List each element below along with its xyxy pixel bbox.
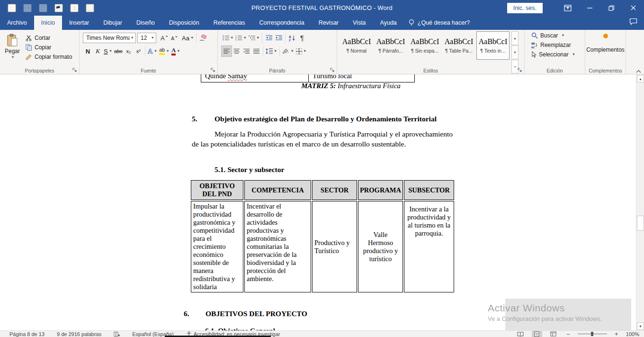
ribbon-display-options-icon[interactable] bbox=[557, 0, 579, 16]
underline-button[interactable]: S ▼ bbox=[103, 46, 113, 56]
style-sin-espaciado[interactable]: AaBbCcI ¶ Sin espa... bbox=[408, 31, 441, 60]
font-size-value: 12 bbox=[141, 35, 147, 41]
tab-dibujar[interactable]: Dibujar bbox=[96, 16, 129, 30]
zoom-out-icon[interactable]: − bbox=[565, 331, 572, 337]
tell-me-box[interactable]: ¿Qué desea hacer? bbox=[404, 16, 475, 30]
style-normal[interactable]: AaBbCcI ¶ Normal bbox=[340, 31, 373, 60]
read-mode-icon[interactable] bbox=[515, 331, 526, 337]
comments-icon[interactable] bbox=[629, 18, 637, 25]
tab-diseno[interactable]: Diseño bbox=[129, 16, 162, 30]
highlight-icon: ab bbox=[159, 47, 165, 55]
font-size-select[interactable]: 12 ▼ bbox=[137, 33, 156, 43]
ribbon-inicio: Pegar ▼ Cortar Copiar Copiar formato bbox=[0, 30, 644, 74]
web-layout-icon[interactable] bbox=[548, 331, 559, 337]
tab-correspondencia[interactable]: Correspondencia bbox=[252, 16, 311, 30]
restore-icon[interactable] bbox=[600, 0, 622, 16]
tab-archivo[interactable]: Archivo bbox=[0, 16, 34, 30]
addins-button[interactable]: Complementos bbox=[585, 46, 626, 54]
word-count[interactable]: 9 de 2916 palabras bbox=[57, 331, 101, 337]
zoom-slider-handle[interactable] bbox=[591, 332, 593, 336]
bold-button[interactable]: N bbox=[83, 46, 93, 56]
increase-indent-button[interactable] bbox=[274, 33, 284, 43]
close-icon[interactable] bbox=[622, 0, 644, 16]
italic-button[interactable]: K bbox=[93, 46, 103, 56]
align-right-button[interactable] bbox=[242, 46, 251, 56]
format-painter-button[interactable]: Copiar formato bbox=[25, 53, 73, 61]
group-portapapeles: Pegar ▼ Cortar Copiar Copiar formato bbox=[0, 30, 80, 74]
frag-cell-turismo: Turismo local bbox=[309, 74, 414, 82]
font-color-button[interactable]: A ▼ bbox=[170, 46, 181, 56]
undo-icon[interactable] bbox=[23, 4, 32, 12]
styles-scroll-up-icon[interactable]: ▲ bbox=[511, 31, 519, 45]
justify-button[interactable] bbox=[251, 46, 261, 56]
tab-inicio[interactable]: Inicio bbox=[34, 16, 62, 30]
font-name-dropdown-icon: ▼ bbox=[131, 36, 134, 40]
scroll-down-icon[interactable]: ▼ bbox=[637, 322, 644, 330]
line-spacing-button[interactable]: ▼ bbox=[265, 46, 278, 56]
style-texto-independiente[interactable]: AaBbCcI ¶ Texto in... bbox=[476, 31, 510, 60]
style-parrafo-de-lista[interactable]: AaBbCcI ¶ Párrafo... bbox=[374, 31, 407, 60]
customize-qat-icon[interactable] bbox=[86, 4, 94, 12]
copy-button[interactable]: Copiar bbox=[25, 44, 73, 51]
tab-revisar[interactable]: Revisar bbox=[312, 16, 346, 30]
strikethrough-button[interactable]: abc bbox=[113, 46, 124, 56]
decrease-indent-button[interactable] bbox=[264, 33, 274, 43]
paste-label: Pegar bbox=[5, 48, 20, 55]
shrink-font-button[interactable]: A bbox=[169, 33, 179, 43]
styles-scroll-down-icon[interactable]: ▼ bbox=[511, 46, 519, 59]
new-document-icon[interactable] bbox=[70, 4, 79, 12]
text-highlight-button[interactable]: ab ▼ bbox=[158, 46, 170, 56]
document-canvas[interactable]: Quinde Samay Turismo local MATRIZ 5: Inf… bbox=[0, 74, 644, 330]
show-marks-button[interactable]: ¶ bbox=[297, 33, 307, 43]
select-button[interactable]: Seleccionar ▼ bbox=[530, 51, 585, 58]
heading-5-number: 5. bbox=[192, 115, 215, 123]
align-left-button[interactable] bbox=[222, 46, 232, 56]
subscript-button[interactable]: x₂ bbox=[124, 46, 134, 56]
style-table-paragraph[interactable]: AaBbCcI ¶ Table Pa... bbox=[442, 31, 475, 60]
styles-dialog-launcher-icon[interactable] bbox=[517, 67, 523, 73]
ink-eraser-icon[interactable] bbox=[54, 4, 63, 12]
numbering-button[interactable]: 123 ▼ bbox=[234, 33, 247, 43]
zoom-in-icon[interactable]: + bbox=[613, 331, 620, 337]
heading-6-number: 6. bbox=[184, 310, 206, 318]
multilevel-list-button[interactable]: ▼ bbox=[248, 33, 260, 43]
tab-ayuda[interactable]: Ayuda bbox=[373, 16, 404, 30]
clipboard-dialog-launcher-icon[interactable] bbox=[72, 67, 78, 73]
grow-font-button[interactable]: A bbox=[159, 33, 169, 43]
print-layout-icon[interactable] bbox=[532, 331, 542, 337]
find-button[interactable]: Buscar ▼ bbox=[530, 32, 585, 39]
bullets-button[interactable]: ▼ bbox=[222, 33, 234, 43]
borders-button[interactable]: ▼ bbox=[295, 46, 307, 56]
sort-button[interactable]: AZ bbox=[287, 33, 297, 43]
tab-vista[interactable]: Vista bbox=[346, 16, 373, 30]
paragraph-dialog-launcher-icon[interactable] bbox=[329, 67, 335, 73]
font-dialog-launcher-icon[interactable] bbox=[210, 67, 216, 73]
svg-text:Z: Z bbox=[289, 38, 291, 41]
minimize-icon[interactable] bbox=[579, 0, 600, 16]
font-name-select[interactable]: Times New Roma ▼ bbox=[83, 33, 136, 43]
collapse-ribbon-icon[interactable] bbox=[636, 70, 641, 73]
redo-icon[interactable] bbox=[39, 4, 47, 12]
proofing-errors-icon[interactable] bbox=[114, 331, 120, 337]
text-effects-button[interactable]: A ▼ bbox=[147, 46, 158, 56]
svg-text:3: 3 bbox=[235, 39, 237, 41]
tab-disposicion[interactable]: Disposición bbox=[162, 16, 206, 30]
shading-button[interactable]: ▼ bbox=[281, 46, 295, 56]
change-case-button[interactable]: Aa ▼ bbox=[181, 33, 195, 43]
tab-insertar[interactable]: Insertar bbox=[62, 16, 96, 30]
font-name-value: Times New Roma bbox=[86, 35, 130, 41]
align-center-button[interactable] bbox=[232, 46, 242, 56]
clear-formatting-button[interactable] bbox=[198, 33, 208, 43]
cut-button[interactable]: Cortar bbox=[25, 34, 73, 42]
tab-referencias[interactable]: Referencias bbox=[206, 16, 252, 30]
scrollbar-thumb[interactable] bbox=[637, 216, 644, 231]
page-indicator[interactable]: Página 8 de 13 bbox=[9, 331, 45, 337]
save-icon[interactable] bbox=[8, 4, 16, 12]
zoom-slider[interactable] bbox=[578, 334, 607, 334]
replace-button[interactable]: abac Reemplazar bbox=[530, 41, 585, 49]
superscript-button[interactable]: x² bbox=[134, 46, 143, 56]
sign-in-button[interactable]: Inic. ses. bbox=[507, 3, 543, 13]
vertical-scrollbar[interactable]: ▲ ▼ bbox=[636, 74, 644, 330]
scroll-up-icon[interactable]: ▲ bbox=[637, 75, 644, 82]
zoom-level[interactable]: 100% bbox=[626, 331, 639, 337]
